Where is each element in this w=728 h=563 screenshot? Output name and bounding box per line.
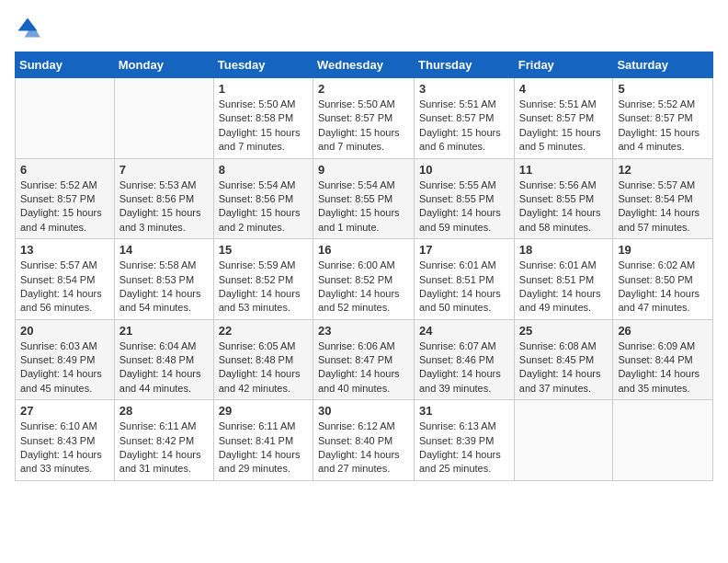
cell-text-line: Daylight: 14 hours and 58 minutes. — [519, 206, 609, 235]
calendar-cell — [16, 78, 115, 159]
cell-text-line: Sunset: 8:51 PM — [519, 273, 609, 287]
calendar-cell: 24Sunrise: 6:07 AMSunset: 8:46 PMDayligh… — [415, 319, 515, 400]
cell-text-line: Sunset: 8:56 PM — [219, 192, 308, 206]
day-number: 20 — [20, 324, 109, 338]
cell-text-line: Daylight: 15 hours and 7 minutes. — [219, 126, 308, 155]
day-number: 25 — [519, 324, 609, 338]
column-header-wednesday: Wednesday — [313, 52, 414, 78]
calendar-cell: 1Sunrise: 5:50 AMSunset: 8:58 PMDaylight… — [213, 78, 313, 159]
calendar-week-row: 20Sunrise: 6:03 AMSunset: 8:49 PMDayligh… — [16, 319, 713, 400]
cell-text-line: Sunrise: 6:00 AM — [318, 259, 409, 272]
cell-text-line: Daylight: 14 hours and 29 minutes. — [219, 448, 308, 477]
calendar-table: SundayMondayTuesdayWednesdayThursdayFrid… — [15, 52, 713, 481]
cell-text-line: Daylight: 14 hours and 31 minutes. — [119, 448, 209, 477]
day-number: 26 — [618, 324, 708, 338]
calendar-cell: 18Sunrise: 6:01 AMSunset: 8:51 PMDayligh… — [514, 239, 613, 320]
calendar-cell: 3Sunrise: 5:51 AMSunset: 8:57 PMDaylight… — [415, 78, 515, 159]
cell-text-line: Daylight: 14 hours and 37 minutes. — [519, 367, 609, 396]
cell-text-line: Daylight: 14 hours and 47 minutes. — [618, 287, 708, 316]
cell-text-line: Daylight: 14 hours and 35 minutes. — [618, 367, 708, 396]
cell-text-line: Daylight: 14 hours and 42 minutes. — [219, 367, 308, 396]
cell-text-line: Sunrise: 5:50 AM — [318, 98, 409, 111]
day-number: 8 — [219, 163, 308, 177]
calendar-cell: 12Sunrise: 5:57 AMSunset: 8:54 PMDayligh… — [613, 158, 713, 239]
cell-text-line: Sunset: 8:51 PM — [419, 273, 509, 287]
cell-text-line: Sunset: 8:44 PM — [618, 353, 708, 367]
cell-text-line: Daylight: 14 hours and 27 minutes. — [318, 448, 409, 477]
calendar-cell: 9Sunrise: 5:54 AMSunset: 8:55 PMDaylight… — [313, 158, 414, 239]
day-number: 31 — [419, 404, 509, 418]
calendar-cell: 22Sunrise: 6:05 AMSunset: 8:48 PMDayligh… — [213, 319, 313, 400]
cell-text-line: Sunset: 8:42 PM — [119, 434, 209, 448]
cell-text-line: Sunrise: 6:02 AM — [618, 259, 708, 272]
cell-text-line: Sunrise: 5:51 AM — [419, 98, 509, 111]
cell-text-line: Daylight: 14 hours and 54 minutes. — [119, 287, 209, 316]
cell-text-line: Sunrise: 6:07 AM — [419, 339, 509, 353]
cell-text-line: Sunset: 8:39 PM — [419, 434, 509, 448]
cell-text-line: Sunrise: 5:54 AM — [318, 178, 409, 192]
calendar-cell: 17Sunrise: 6:01 AMSunset: 8:51 PMDayligh… — [415, 239, 515, 320]
cell-text-line: Sunset: 8:46 PM — [419, 353, 509, 367]
column-header-thursday: Thursday — [415, 52, 515, 78]
cell-text-line: Sunrise: 5:54 AM — [219, 178, 308, 192]
cell-text-line: Sunset: 8:55 PM — [318, 192, 409, 206]
cell-text-line: Daylight: 14 hours and 53 minutes. — [219, 287, 308, 316]
column-header-sunday: Sunday — [16, 52, 115, 78]
day-number: 3 — [419, 82, 509, 96]
cell-text-line: Sunset: 8:52 PM — [219, 273, 308, 287]
day-number: 9 — [318, 163, 409, 177]
calendar-cell: 20Sunrise: 6:03 AMSunset: 8:49 PMDayligh… — [16, 319, 115, 400]
calendar-cell: 28Sunrise: 6:11 AMSunset: 8:42 PMDayligh… — [114, 400, 213, 481]
column-header-friday: Friday — [514, 52, 613, 78]
calendar-cell: 21Sunrise: 6:04 AMSunset: 8:48 PMDayligh… — [114, 319, 213, 400]
cell-text-line: Sunrise: 5:58 AM — [119, 259, 209, 272]
day-number: 15 — [219, 243, 308, 257]
cell-text-line: Daylight: 14 hours and 44 minutes. — [119, 367, 209, 396]
calendar-week-row: 1Sunrise: 5:50 AMSunset: 8:58 PMDaylight… — [16, 78, 713, 159]
logo — [15, 15, 44, 40]
cell-text-line: Daylight: 14 hours and 50 minutes. — [419, 287, 509, 316]
logo-icon — [15, 15, 40, 40]
day-number: 6 — [20, 163, 109, 177]
calendar-cell: 8Sunrise: 5:54 AMSunset: 8:56 PMDaylight… — [213, 158, 313, 239]
cell-text-line: Sunset: 8:53 PM — [119, 273, 209, 287]
cell-text-line: Sunrise: 5:52 AM — [20, 178, 109, 192]
calendar-cell: 6Sunrise: 5:52 AMSunset: 8:57 PMDaylight… — [16, 158, 115, 239]
day-number: 29 — [219, 404, 308, 418]
cell-text-line: Sunset: 8:50 PM — [618, 273, 708, 287]
cell-text-line: Sunrise: 5:56 AM — [519, 178, 609, 192]
calendar-week-row: 27Sunrise: 6:10 AMSunset: 8:43 PMDayligh… — [16, 400, 713, 481]
column-header-saturday: Saturday — [613, 52, 713, 78]
calendar-cell: 23Sunrise: 6:06 AMSunset: 8:47 PMDayligh… — [313, 319, 414, 400]
cell-text-line: Sunset: 8:57 PM — [20, 192, 109, 206]
cell-text-line: Sunset: 8:55 PM — [519, 192, 609, 206]
column-header-tuesday: Tuesday — [213, 52, 313, 78]
calendar-cell: 11Sunrise: 5:56 AMSunset: 8:55 PMDayligh… — [514, 158, 613, 239]
day-number: 16 — [318, 243, 409, 257]
day-number: 4 — [519, 82, 609, 96]
cell-text-line: Sunrise: 6:11 AM — [219, 419, 308, 433]
cell-text-line: Sunrise: 6:10 AM — [20, 419, 109, 433]
cell-text-line: Sunset: 8:57 PM — [419, 111, 509, 125]
cell-text-line: Sunset: 8:57 PM — [618, 111, 708, 125]
day-number: 18 — [519, 243, 609, 257]
cell-text-line: Sunset: 8:40 PM — [318, 434, 409, 448]
cell-text-line: Sunrise: 6:12 AM — [318, 419, 409, 433]
day-number: 19 — [618, 243, 708, 257]
cell-text-line: Sunset: 8:54 PM — [618, 192, 708, 206]
cell-text-line: Daylight: 15 hours and 3 minutes. — [119, 206, 209, 235]
cell-text-line: Sunset: 8:58 PM — [219, 111, 308, 125]
calendar-cell: 2Sunrise: 5:50 AMSunset: 8:57 PMDaylight… — [313, 78, 414, 159]
page-header — [15, 15, 713, 40]
cell-text-line: Sunset: 8:41 PM — [219, 434, 308, 448]
day-number: 7 — [119, 163, 209, 177]
calendar-cell: 25Sunrise: 6:08 AMSunset: 8:45 PMDayligh… — [514, 319, 613, 400]
cell-text-line: Daylight: 15 hours and 4 minutes. — [20, 206, 109, 235]
cell-text-line: Sunrise: 5:53 AM — [119, 178, 209, 192]
day-number: 23 — [318, 324, 409, 338]
day-number: 2 — [318, 82, 409, 96]
column-header-monday: Monday — [114, 52, 213, 78]
cell-text-line: Daylight: 14 hours and 39 minutes. — [419, 367, 509, 396]
cell-text-line: Sunrise: 6:08 AM — [519, 339, 609, 353]
cell-text-line: Sunset: 8:55 PM — [419, 192, 509, 206]
